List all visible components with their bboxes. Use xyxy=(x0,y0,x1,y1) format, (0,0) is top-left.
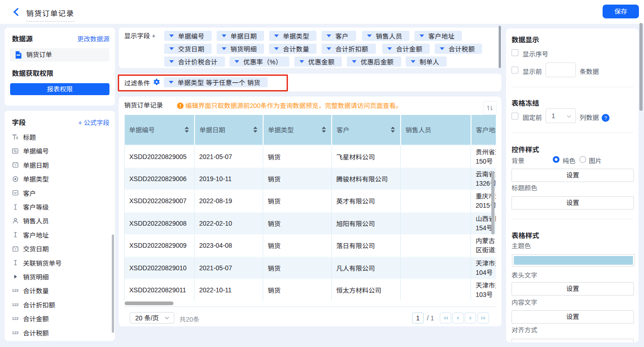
svg-text:7: 7 xyxy=(14,247,16,251)
svg-text:?: ? xyxy=(604,115,607,121)
svg-text:7: 7 xyxy=(14,163,16,167)
